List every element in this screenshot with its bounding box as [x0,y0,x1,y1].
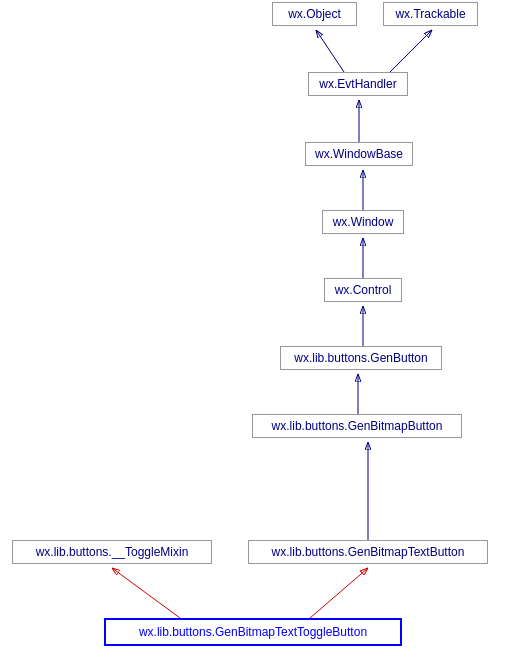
node-wx-object[interactable]: wx.Object [272,2,357,26]
svg-line-11 [310,568,368,618]
node-wx-genbitmapbutton[interactable]: wx.lib.buttons.GenBitmapButton [252,414,462,438]
node-wx-genbitmaptexttogglebutton[interactable]: wx.lib.buttons.GenBitmapTextToggleButton [104,618,402,646]
node-wx-genbutton[interactable]: wx.lib.buttons.GenButton [280,346,442,370]
node-wx-genbitmaptextbutton[interactable]: wx.lib.buttons.GenBitmapTextButton [248,540,488,564]
node-wx-evthandler[interactable]: wx.EvtHandler [308,72,408,96]
node-wx-trackable[interactable]: wx.Trackable [383,2,478,26]
node-wx-windowbase[interactable]: wx.WindowBase [305,142,413,166]
node-wx-control[interactable]: wx.Control [324,278,402,302]
svg-line-2 [316,30,344,72]
diagram-container: wx.Object wx.Trackable wx.EvtHandler wx.… [0,0,519,659]
svg-line-3 [390,30,432,72]
svg-line-10 [112,568,180,618]
node-wx-togglemixin[interactable]: wx.lib.buttons.__ToggleMixin [12,540,212,564]
node-wx-window[interactable]: wx.Window [322,210,404,234]
